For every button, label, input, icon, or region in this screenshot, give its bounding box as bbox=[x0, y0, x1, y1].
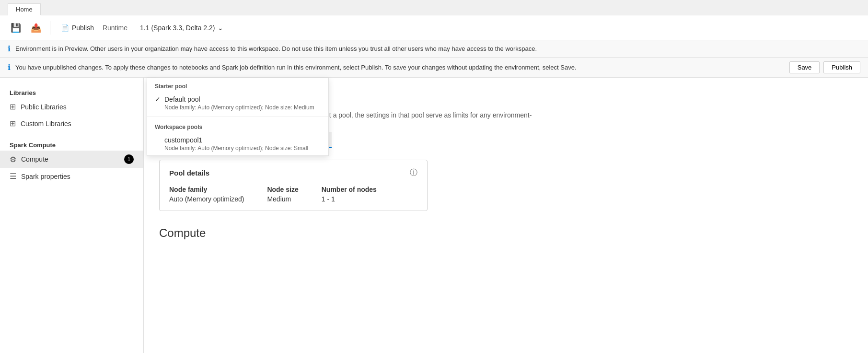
pool-node-family-col: Node family Auto (Memory optimized) bbox=[169, 186, 244, 203]
banner-save-button[interactable]: Save bbox=[789, 61, 820, 73]
sidebar-item-compute[interactable]: ⚙ Compute 1 bbox=[0, 151, 143, 168]
num-nodes-label: Number of nodes bbox=[322, 186, 377, 193]
export-button[interactable]: 📤 bbox=[28, 20, 44, 36]
libraries-section-title: Libraries bbox=[0, 85, 143, 98]
export-icon: 📤 bbox=[31, 23, 41, 33]
info-icon-1: ℹ bbox=[8, 44, 11, 53]
pool-details-header: Pool details ⓘ bbox=[169, 168, 417, 178]
publish-button[interactable]: 📄 Publish bbox=[56, 21, 99, 35]
unpublished-banner: ℹ You have unpublished changes. To apply… bbox=[0, 58, 868, 78]
compute-section-title: Compute bbox=[159, 226, 853, 240]
save-icon: 💾 bbox=[11, 23, 21, 33]
pool-details-card: Pool details ⓘ Node family Auto (Memory … bbox=[159, 160, 428, 211]
pool-details-info-icon[interactable]: ⓘ bbox=[410, 168, 417, 178]
home-tab[interactable]: Home bbox=[8, 3, 41, 15]
publish-label: Publish bbox=[72, 24, 94, 32]
pool-node-size-col: Node size Medium bbox=[267, 186, 298, 203]
pool-details-title: Pool details bbox=[169, 169, 209, 177]
banner-actions: Save Publish bbox=[789, 61, 860, 73]
banners-container: ℹ Environment is in Preview. Other users… bbox=[0, 40, 868, 78]
dropdown-item-default-pool-label: Default pool bbox=[164, 95, 321, 103]
dropdown-item-custompool1-sub: Node family: Auto (Memory optimized); No… bbox=[164, 145, 321, 152]
compute-icon: ⚙ bbox=[10, 155, 16, 164]
unpublished-banner-text: You have unpublished changes. To apply t… bbox=[15, 64, 777, 71]
preview-banner-text: Environment is in Preview. Other users i… bbox=[15, 45, 537, 52]
custom-libraries-icon: ⊞ bbox=[10, 119, 16, 128]
preview-banner: ℹ Environment is in Preview. Other users… bbox=[0, 40, 868, 58]
public-libraries-icon: ⊞ bbox=[10, 102, 16, 111]
pool-dropdown-popup: Starter pool Default pool Node family: A… bbox=[147, 78, 329, 156]
pool-num-nodes-col: Number of nodes 1 - 1 bbox=[322, 186, 377, 203]
sidebar: Libraries ⊞ Public Libraries ⊞ Custom Li… bbox=[0, 78, 144, 353]
sidebar-item-spark-properties[interactable]: ☰ Spark properties bbox=[0, 168, 143, 185]
workspace-pools-section-header: Workspace pools bbox=[147, 119, 328, 132]
sidebar-item-custom-libraries[interactable]: ⊞ Custom Libraries bbox=[0, 115, 143, 132]
sidebar-item-custom-libraries-label: Custom Libraries bbox=[21, 120, 71, 128]
sidebar-item-spark-properties-label: Spark properties bbox=[21, 173, 70, 180]
dropdown-item-custompool1[interactable]: custompool1 Node family: Auto (Memory op… bbox=[147, 132, 328, 155]
num-nodes-value: 1 - 1 bbox=[322, 195, 377, 203]
starter-pool-section-header: Starter pool bbox=[147, 78, 328, 92]
node-family-value: Auto (Memory optimized) bbox=[169, 195, 244, 203]
save-button[interactable]: 💾 bbox=[8, 20, 24, 36]
info-icon-2: ℹ bbox=[8, 63, 11, 72]
publish-icon: 📄 bbox=[61, 24, 69, 32]
dropdown-item-default-pool-sub: Node family: Auto (Memory optimized); No… bbox=[164, 104, 321, 111]
dropdown-item-custompool1-label: custompool1 bbox=[164, 136, 321, 144]
runtime-dropdown[interactable]: 1.1 (Spark 3.3, Delta 2.2) ⌄ bbox=[135, 21, 228, 35]
banner-publish-button[interactable]: Publish bbox=[823, 61, 860, 73]
toolbar: 💾 📤 📄 Publish Runtime 1.1 (Spark 3.3, De… bbox=[0, 15, 868, 40]
runtime-label: Runtime bbox=[103, 24, 127, 32]
sidebar-item-public-libraries[interactable]: ⊞ Public Libraries bbox=[0, 98, 143, 115]
compute-badge: 1 bbox=[124, 154, 134, 164]
dropdown-item-default-pool[interactable]: Default pool Node family: Auto (Memory o… bbox=[147, 92, 328, 115]
node-family-label: Node family bbox=[169, 186, 244, 193]
toolbar-divider bbox=[50, 21, 50, 35]
node-size-value: Medium bbox=[267, 195, 298, 203]
sidebar-item-public-libraries-label: Public Libraries bbox=[21, 103, 67, 111]
runtime-version: 1.1 (Spark 3.3, Delta 2.2) bbox=[140, 24, 215, 32]
node-size-label: Node size bbox=[267, 186, 298, 193]
pool-details-grid: Node family Auto (Memory optimized) Node… bbox=[169, 186, 417, 203]
main-layout: Libraries ⊞ Public Libraries ⊞ Custom Li… bbox=[0, 78, 868, 353]
spark-properties-icon: ☰ bbox=[10, 172, 16, 181]
runtime-chevron-icon: ⌄ bbox=[218, 24, 223, 32]
spark-compute-section-title: Spark Compute bbox=[0, 138, 143, 151]
tab-bar: Home bbox=[0, 0, 868, 15]
dropdown-separator bbox=[147, 117, 328, 117]
sidebar-item-compute-label: Compute bbox=[21, 155, 48, 163]
